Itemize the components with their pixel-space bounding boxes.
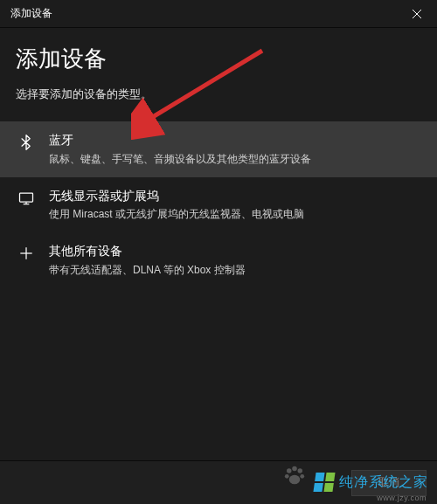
window-title: 添加设备	[10, 6, 52, 21]
close-icon	[413, 10, 421, 18]
option-list: 蓝牙 鼠标、键盘、手写笔、音频设备以及其他类型的蓝牙设备 无线显示器或扩展坞 使…	[0, 121, 437, 288]
option-other-devices[interactable]: 其他所有设备 带有无线适配器、DLNA 等的 Xbox 控制器	[0, 232, 437, 288]
cancel-button[interactable]: 取消	[351, 470, 427, 496]
option-wireless-title: 无线显示器或扩展坞	[49, 188, 421, 205]
watermark-url: www.jzy.com	[377, 494, 427, 502]
option-wireless-display[interactable]: 无线显示器或扩展坞 使用 Miracast 或无线扩展坞的无线监视器、电视或电脑	[0, 177, 437, 233]
option-wireless-text: 无线显示器或扩展坞 使用 Miracast 或无线扩展坞的无线监视器、电视或电脑	[49, 188, 421, 223]
bluetooth-icon	[16, 134, 37, 151]
close-button[interactable]	[397, 0, 437, 28]
option-bluetooth[interactable]: 蓝牙 鼠标、键盘、手写笔、音频设备以及其他类型的蓝牙设备	[0, 121, 437, 177]
option-other-desc: 带有无线适配器、DLNA 等的 Xbox 控制器	[49, 262, 421, 278]
plus-icon	[16, 245, 37, 262]
dialog-content: 添加设备 选择要添加的设备的类型。 蓝牙 鼠标、键盘、手写笔、音频设备以及其他类…	[0, 28, 437, 288]
bottom-bar: 取消	[0, 460, 437, 504]
titlebar: 添加设备	[0, 0, 437, 28]
cancel-button-label: 取消	[378, 475, 399, 490]
dialog-subheading: 选择要添加的设备的类型。	[16, 86, 421, 102]
option-wireless-desc: 使用 Miracast 或无线扩展坞的无线监视器、电视或电脑	[49, 206, 421, 222]
option-other-title: 其他所有设备	[49, 243, 421, 260]
dialog-heading: 添加设备	[16, 44, 421, 74]
option-bluetooth-text: 蓝牙 鼠标、键盘、手写笔、音频设备以及其他类型的蓝牙设备	[49, 132, 421, 167]
option-bluetooth-desc: 鼠标、键盘、手写笔、音频设备以及其他类型的蓝牙设备	[49, 151, 421, 167]
option-other-text: 其他所有设备 带有无线适配器、DLNA 等的 Xbox 控制器	[49, 243, 421, 278]
option-bluetooth-title: 蓝牙	[49, 132, 421, 149]
monitor-icon	[16, 190, 37, 207]
svg-rect-2	[20, 193, 33, 202]
